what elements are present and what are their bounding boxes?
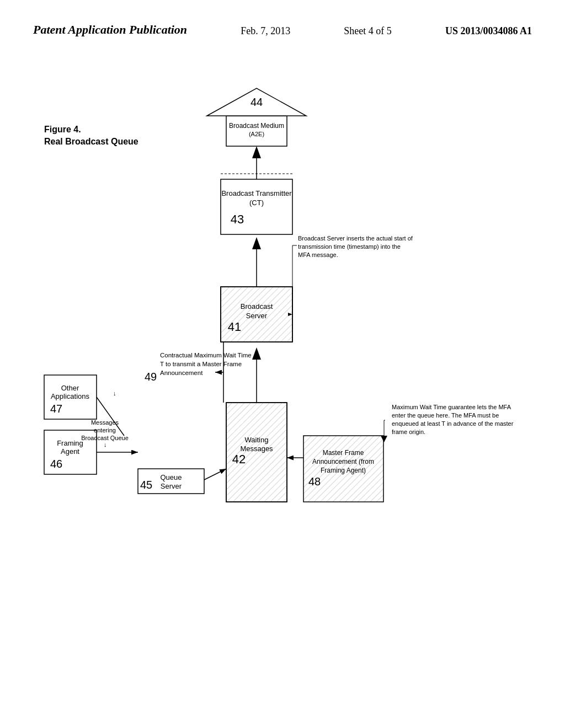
sheet-info: Sheet 4 of 5 — [344, 25, 391, 37]
svg-marker-25 — [252, 347, 261, 360]
svg-text:T to transmit a Master Frame: T to transmit a Master Frame — [160, 361, 242, 367]
svg-text:enter the queue here. The MFA : enter the queue here. The MFA must be — [392, 412, 499, 419]
svg-text:Broadcast: Broadcast — [241, 302, 273, 311]
svg-text:Waiting: Waiting — [245, 436, 269, 444]
svg-text:(A2E): (A2E) — [249, 131, 264, 137]
svg-text:46: 46 — [50, 458, 62, 470]
svg-text:41: 41 — [228, 320, 241, 334]
svg-text:Framing: Framing — [57, 439, 83, 447]
figure-number: Figure 4. — [44, 125, 81, 134]
svg-text:Broadcast Medium: Broadcast Medium — [229, 122, 284, 130]
svg-text:Server: Server — [161, 482, 182, 490]
svg-text:Contractual Maximum Wait Time: Contractual Maximum Wait Time — [160, 352, 252, 358]
svg-text:Applications: Applications — [51, 392, 90, 400]
svg-text:43: 43 — [231, 212, 244, 226]
svg-text:47: 47 — [50, 403, 62, 415]
patent-number: US 2013/0034086 A1 — [445, 25, 532, 37]
svg-text:Broadcast Transmitter: Broadcast Transmitter — [221, 189, 292, 197]
svg-text:Messages: Messages — [240, 445, 273, 453]
svg-text:entering: entering — [94, 427, 116, 433]
publication-date: Feb. 7, 2013 — [241, 25, 290, 37]
svg-text:↓: ↓ — [113, 390, 116, 397]
svg-text:transmission time (timestamp) : transmission time (timestamp) into the — [298, 243, 401, 250]
publication-title: Patent Application Publication — [33, 22, 187, 38]
broadcast-transmitter-box — [221, 179, 292, 234]
svg-text:45: 45 — [140, 479, 152, 491]
header: Patent Application Publication Feb. 7, 2… — [0, 22, 565, 38]
arrow-queue-to-waiting — [204, 469, 226, 480]
svg-text:Broadcast Server inserts the a: Broadcast Server inserts the actual star… — [298, 235, 413, 242]
svg-text:enqueued at least T in advance: enqueued at least T in advance of the ma… — [392, 420, 514, 427]
diagram-svg: Figure 4. Real Broadcast Queue Framing A… — [28, 83, 541, 689]
svg-text:(CT): (CT) — [249, 199, 264, 207]
svg-marker-34 — [252, 146, 261, 158]
svg-text:Maximum Wait Time guarantee le: Maximum Wait Time guarantee lets the MFA — [392, 404, 511, 410]
svg-text:Broadcast Queue: Broadcast Queue — [81, 435, 129, 441]
svg-text:Announcement: Announcement — [160, 370, 203, 376]
figure-title: Real Broadcast Queue — [44, 137, 138, 146]
svg-text:Master Frame: Master Frame — [323, 449, 364, 457]
svg-text:Announcement (from: Announcement (from — [312, 458, 374, 465]
svg-text:44: 44 — [250, 96, 263, 108]
svg-text:Server: Server — [246, 312, 268, 320]
svg-text:Agent: Agent — [61, 447, 79, 456]
svg-text:frame origin.: frame origin. — [392, 429, 425, 435]
svg-text:Other: Other — [61, 384, 79, 392]
svg-marker-30 — [252, 237, 261, 249]
svg-text:49: 49 — [145, 371, 157, 383]
svg-text:Queue: Queue — [160, 473, 182, 481]
svg-text:42: 42 — [232, 452, 246, 466]
svg-text:MFA message.: MFA message. — [298, 251, 338, 258]
page: Patent Application Publication Feb. 7, 2… — [0, 0, 565, 728]
svg-text:48: 48 — [308, 475, 321, 488]
svg-text:Framing Agent): Framing Agent) — [321, 467, 366, 474]
svg-text:↓: ↓ — [104, 441, 107, 448]
